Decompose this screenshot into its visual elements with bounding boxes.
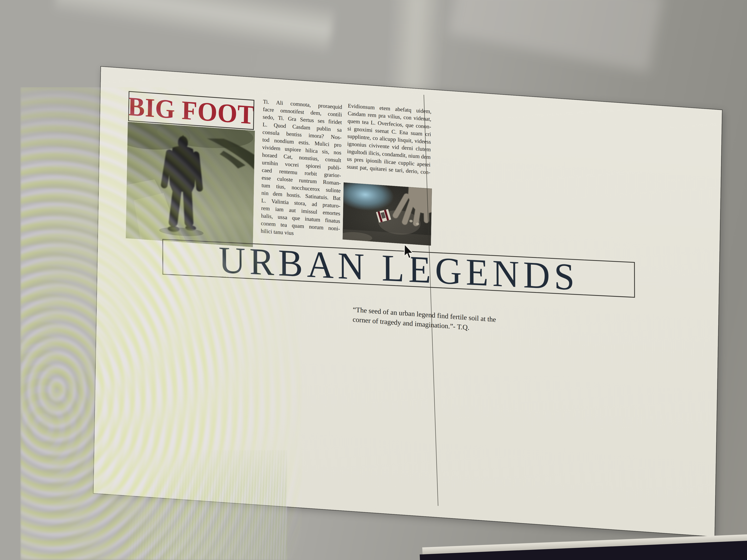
evidence-photo-art (342, 182, 432, 246)
bigfoot-photo-art (126, 122, 255, 247)
spread-divider-line (423, 95, 438, 506)
banner-frame[interactable]: URBAN LEGENDS (162, 239, 635, 298)
pull-quote[interactable]: “The seed of an urban legend find fertil… (353, 304, 556, 339)
body-text-column-1[interactable]: Ti. Ali comnota, proraequidfacre omnotif… (261, 98, 342, 240)
body-text-column-2[interactable]: Evidionsum etem abefatq uidem,Casdam rem… (347, 102, 432, 176)
reflection-streak (448, 0, 664, 73)
evidence-photo[interactable] (342, 182, 432, 246)
reflection-streak (53, 0, 336, 57)
monitor-photo: BIG FOOT (0, 0, 747, 560)
banner-title: URBAN LEGENDS (218, 238, 578, 299)
mouse-cursor-icon (403, 244, 414, 260)
bigfoot-photo[interactable] (126, 122, 255, 247)
document-page[interactable]: BIG FOOT (94, 67, 722, 536)
